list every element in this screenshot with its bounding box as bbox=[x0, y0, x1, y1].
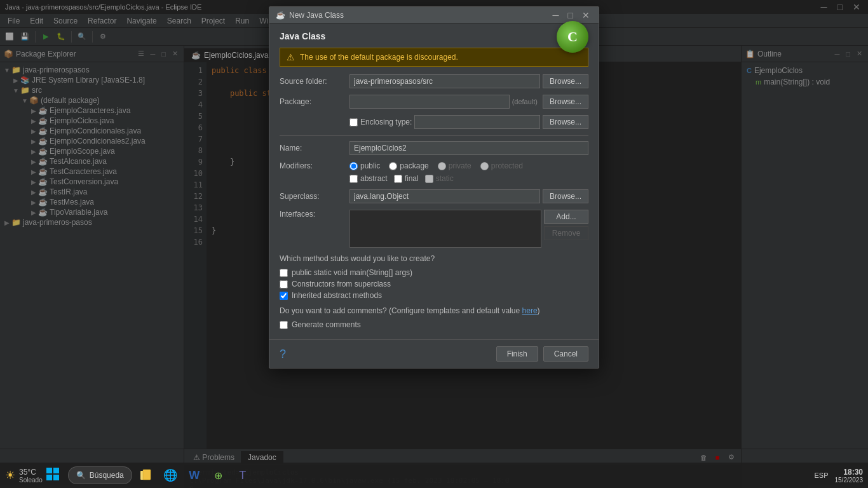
modal-title-icon: ☕ bbox=[276, 11, 285, 20]
modifier-private-radio[interactable] bbox=[438, 162, 446, 170]
modal-footer: ? Finish Cancel bbox=[269, 339, 599, 368]
modal-warning: ⚠ The use of the default package is disc… bbox=[280, 48, 588, 67]
stubs-main-checkbox[interactable] bbox=[280, 269, 288, 277]
interfaces-buttons: Add... Remove bbox=[544, 210, 588, 240]
modifier-final-checkbox[interactable] bbox=[394, 175, 402, 183]
comments-section: Do you want to add comments? (Configure … bbox=[280, 306, 588, 329]
taskbar-files-icon[interactable] bbox=[136, 465, 156, 485]
interfaces-add-button[interactable]: Add... bbox=[544, 210, 588, 224]
svg-rect-2 bbox=[46, 475, 52, 480]
svg-rect-5 bbox=[143, 470, 151, 480]
modifier-protected[interactable]: protected bbox=[480, 161, 523, 170]
stubs-main-row: public static void main(String[] args) bbox=[280, 268, 588, 277]
modifier-public-radio[interactable] bbox=[349, 162, 358, 170]
stubs-constructors-label: Constructors from superclass bbox=[292, 280, 391, 288]
modifiers-label: Modifiers: bbox=[280, 161, 349, 170]
modal-warning-text: The use of the default package is discou… bbox=[300, 53, 458, 62]
modal-close-button[interactable]: ✕ bbox=[580, 10, 592, 20]
modifiers-group: public package private protected bbox=[349, 161, 588, 183]
package-input[interactable] bbox=[349, 95, 510, 109]
superclass-label: Superclass: bbox=[280, 192, 349, 201]
stubs-constructors-row: Constructors from superclass bbox=[280, 280, 588, 288]
comments-here-link[interactable]: here bbox=[522, 306, 538, 315]
source-folder-label: Source folder: bbox=[280, 77, 349, 86]
modifier-static[interactable]: static bbox=[425, 174, 454, 183]
stubs-question: Which method stubs would you like to cre… bbox=[280, 254, 588, 263]
interfaces-remove-button[interactable]: Remove bbox=[544, 226, 588, 240]
modal-maximize-button[interactable]: □ bbox=[566, 10, 576, 20]
package-label: Package: bbox=[280, 97, 349, 106]
superclass-browse-button[interactable]: Browse... bbox=[543, 189, 588, 203]
package-default-label: (default) bbox=[512, 98, 538, 105]
warning-icon: ⚠ bbox=[287, 52, 295, 62]
finish-button[interactable]: Finish bbox=[496, 346, 538, 362]
interfaces-row: Interfaces: Add... Remove bbox=[280, 210, 588, 248]
modifier-abstract[interactable]: abstract bbox=[349, 174, 388, 183]
stubs-inherited-row: Inherited abstract methods bbox=[280, 291, 588, 300]
taskbar-clock: 18:30 bbox=[835, 468, 864, 477]
source-folder-input[interactable] bbox=[349, 74, 540, 88]
source-folder-row: Source folder: Browse... bbox=[280, 74, 588, 88]
superclass-row: Superclass: Browse... bbox=[280, 189, 588, 203]
modifiers-row: Modifiers: public package private bbox=[280, 161, 588, 183]
source-folder-browse-button[interactable]: Browse... bbox=[543, 74, 588, 88]
modifier-protected-radio[interactable] bbox=[480, 162, 489, 170]
enclosing-type-row: Enclosing type: Browse... bbox=[280, 115, 588, 129]
search-text: Búsqueda bbox=[90, 471, 124, 480]
taskbar-language: ESP bbox=[814, 471, 828, 479]
weather-widget: ☀ 35°C Soleado bbox=[5, 468, 43, 484]
stubs-inherited-checkbox[interactable] bbox=[280, 292, 288, 300]
taskbar-eclipse-icon[interactable]: ⊕ bbox=[208, 465, 229, 485]
taskbar-time: 18:30 15/2/2023 bbox=[835, 468, 864, 484]
modifiers-row2: abstract final static bbox=[349, 174, 588, 183]
name-input[interactable] bbox=[349, 141, 588, 155]
form-separator1 bbox=[280, 135, 588, 136]
taskbar-right: ESP 18:30 15/2/2023 bbox=[814, 468, 863, 484]
modifier-package-radio[interactable] bbox=[389, 162, 397, 170]
new-java-class-dialog: ☕ New Java Class ─ □ ✕ C Java Class ⚠ Th… bbox=[269, 6, 599, 369]
modal-heading: Java Class bbox=[280, 31, 588, 41]
taskbar-word-icon[interactable]: W bbox=[184, 465, 205, 485]
search-icon: 🔍 bbox=[76, 471, 86, 480]
interfaces-label: Interfaces: bbox=[280, 210, 349, 219]
name-row: Name: bbox=[280, 141, 588, 155]
stubs-inherited-label: Inherited abstract methods bbox=[292, 291, 382, 300]
taskbar-teams-icon[interactable]: T bbox=[233, 465, 253, 485]
start-button[interactable] bbox=[46, 468, 59, 484]
cancel-button[interactable]: Cancel bbox=[543, 346, 588, 362]
modifier-abstract-checkbox[interactable] bbox=[349, 175, 358, 183]
help-icon[interactable]: ? bbox=[280, 348, 286, 361]
modal-minimize-button[interactable]: ─ bbox=[550, 10, 562, 20]
generate-comments-checkbox[interactable] bbox=[280, 321, 288, 329]
svg-rect-0 bbox=[46, 468, 52, 473]
modal-overlay: ☕ New Java Class ─ □ ✕ C Java Class ⚠ Th… bbox=[0, 0, 868, 463]
svg-rect-1 bbox=[53, 468, 59, 473]
generate-comments-label: Generate comments bbox=[292, 320, 361, 329]
package-row: Package: (default) Browse... bbox=[280, 95, 588, 109]
name-label: Name: bbox=[280, 144, 349, 152]
search-bar[interactable]: 🔍 Búsqueda bbox=[68, 466, 132, 484]
modifier-private[interactable]: private bbox=[438, 161, 471, 170]
java-logo: C bbox=[557, 21, 588, 53]
enclosing-type-checkbox[interactable] bbox=[349, 118, 358, 126]
modifier-final[interactable]: final bbox=[394, 174, 419, 183]
java-logo-container: C bbox=[557, 21, 588, 53]
superclass-input[interactable] bbox=[349, 189, 540, 203]
weather-desc: Soleado bbox=[19, 477, 43, 484]
modal-body: C Java Class ⚠ The use of the default pa… bbox=[269, 24, 599, 339]
taskbar-date: 15/2/2023 bbox=[835, 477, 864, 484]
modifier-public[interactable]: public bbox=[349, 161, 380, 170]
enclosing-type-input[interactable] bbox=[414, 115, 540, 129]
generate-comments-row: Generate comments bbox=[280, 320, 588, 329]
package-browse-button[interactable]: Browse... bbox=[543, 95, 588, 109]
stubs-constructors-checkbox[interactable] bbox=[280, 280, 288, 288]
modal-titlebar: ☕ New Java Class ─ □ ✕ bbox=[269, 7, 599, 24]
taskbar: ☀ 35°C Soleado 🔍 Búsqueda 🌐 W ⊕ T ESP 18… bbox=[0, 463, 868, 488]
enclosing-type-browse-button[interactable]: Browse... bbox=[543, 115, 588, 129]
taskbar-edge-icon[interactable]: 🌐 bbox=[160, 465, 180, 485]
stubs-section: Which method stubs would you like to cre… bbox=[280, 254, 588, 300]
modifier-package[interactable]: package bbox=[389, 161, 428, 170]
weather-info: 35°C Soleado bbox=[19, 468, 43, 484]
modifier-static-checkbox[interactable] bbox=[425, 175, 433, 183]
weather-temp: 35°C bbox=[19, 468, 43, 477]
